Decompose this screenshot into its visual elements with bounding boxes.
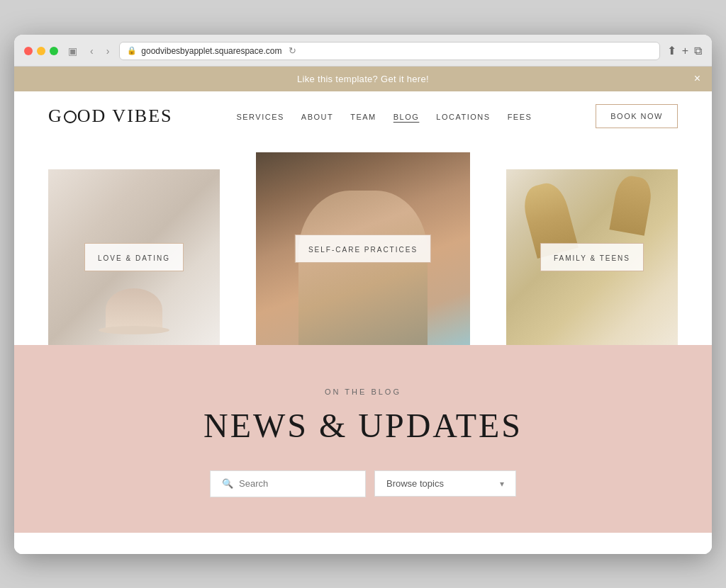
site-wrapper: Like this template? Get it here! × GOD V… [14, 67, 712, 554]
minimize-window-button[interactable] [37, 47, 45, 55]
close-window-button[interactable] [24, 47, 33, 55]
blog-overline: ON THE BLOG [43, 388, 683, 396]
maximize-window-button[interactable] [50, 47, 58, 55]
nav-item-blog[interactable]: BLOG [393, 110, 420, 123]
main-navigation: GOD VIBES SERVICES ABOUT TEAM BLOG LOCAT… [14, 91, 712, 141]
family-teens-label: FAMILY & TEENS [540, 243, 644, 271]
footer-strip [14, 533, 712, 554]
category-card-selfcare[interactable]: SELF-CARE PRACTICES [256, 152, 470, 345]
new-tab-button[interactable]: + [682, 45, 688, 57]
duplicate-button[interactable]: ⧉ [694, 45, 702, 57]
category-card-family-teens[interactable]: FAMILY & TEENS [506, 169, 678, 345]
book-now-button[interactable]: BOOK NOW [596, 104, 678, 128]
announcement-close-button[interactable]: × [694, 72, 700, 85]
nav-item-about[interactable]: ABOUT [301, 110, 333, 123]
browser-actions: ⬆ + ⧉ [667, 44, 702, 57]
browse-topics-label: Browse topics [386, 478, 444, 489]
nav-item-locations[interactable]: LOCATIONS [436, 110, 490, 123]
reload-icon: ↻ [289, 45, 296, 57]
site-logo[interactable]: GOD VIBES [48, 106, 172, 127]
blog-section: ON THE BLOG NEWS & UPDATES 🔍 Browse topi… [14, 345, 712, 533]
share-button[interactable]: ⬆ [667, 44, 676, 57]
hero-images-section: LOVE & DATING SELF-CARE PRACTICES FAMILY… [14, 141, 712, 345]
browser-window: ▣ ‹ › 🔒 goodvibesbyapplet.squarespace.co… [14, 35, 712, 554]
lock-icon: 🔒 [127, 46, 137, 55]
nav-links: SERVICES ABOUT TEAM BLOG LOCATIONS FEES [236, 110, 532, 123]
nav-item-fees[interactable]: FEES [508, 110, 532, 123]
search-icon: 🔍 [222, 478, 233, 490]
back-button[interactable]: ‹ [87, 44, 96, 58]
blog-title: NEWS & UPDATES [43, 406, 683, 445]
forward-button[interactable]: › [104, 44, 113, 58]
browser-chrome: ▣ ‹ › 🔒 goodvibesbyapplet.squarespace.co… [14, 35, 712, 67]
chevron-down-icon: ▾ [500, 479, 504, 489]
love-dating-label: LOVE & DATING [84, 243, 184, 271]
sidebar-toggle-button[interactable]: ▣ [65, 44, 80, 58]
search-input[interactable] [239, 478, 354, 489]
category-card-love-dating[interactable]: LOVE & DATING [48, 169, 220, 345]
announcement-bar: Like this template? Get it here! × [14, 67, 712, 91]
announcement-text: Like this template? Get it here! [297, 74, 429, 84]
url-text: goodvibesbyapplet.squarespace.com [141, 46, 281, 56]
blog-search-row: 🔍 Browse topics ▾ [43, 470, 683, 497]
nav-item-services[interactable]: SERVICES [236, 110, 284, 123]
address-bar[interactable]: 🔒 goodvibesbyapplet.squarespace.com ↻ [119, 42, 659, 60]
browse-topics-dropdown[interactable]: Browse topics ▾ [374, 470, 516, 497]
nav-item-team[interactable]: TEAM [350, 110, 376, 123]
search-box[interactable]: 🔍 [210, 470, 366, 497]
traffic-lights [24, 47, 58, 55]
selfcare-label: SELF-CARE PRACTICES [295, 234, 431, 263]
